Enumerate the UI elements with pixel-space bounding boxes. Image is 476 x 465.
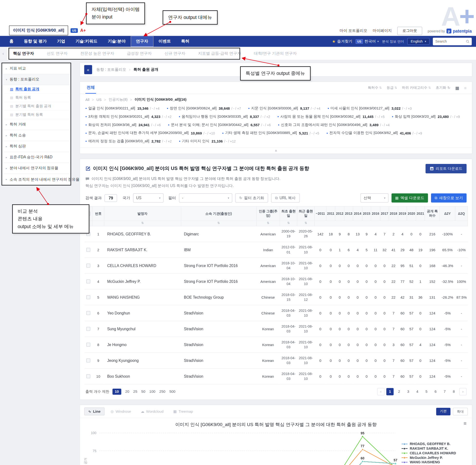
category-item[interactable]: •기타 이미지 인식21,106/ - / +12 (179, 139, 236, 144)
column-header[interactable]: 2018 (389, 206, 398, 221)
url-copy-button[interactable]: ⧉URL 복사 (271, 193, 300, 203)
path-segment[interactable]: 인공지능(8) (108, 97, 127, 102)
category-item[interactable]: •전자적 수단을 이용한 인식 [G06K9/62_all]41,406/ - … (327, 130, 422, 136)
filter-reset-button[interactable]: ↻필터 초기화 (235, 193, 268, 203)
sidebar-item[interactable]: ▸특허 심판 (2, 141, 71, 152)
sort-control[interactable]: 등급⇅ (387, 85, 397, 90)
sidebar-item[interactable]: ▸지표 비교 (2, 63, 71, 74)
subnav-tab[interactable]: 신규 연구자 (158, 47, 192, 60)
category-item[interactable]: •화상 입력 [G06K9/20_all]23,480/ - / +9 (392, 114, 460, 119)
page-number[interactable]: 8 (450, 388, 457, 395)
nav-item[interactable]: 기술:분야 (103, 36, 131, 47)
column-header[interactable]: ~2011 (315, 206, 326, 221)
grid-view-icon[interactable]: ▦ (455, 85, 459, 90)
legend-item[interactable]: WANG HAISHENG (402, 460, 464, 464)
limit-option[interactable]: 25 (133, 390, 137, 394)
page-prev-icon[interactable]: ‹ (377, 388, 385, 395)
sort-toggle[interactable]: ⇅ (181, 221, 256, 226)
sort-toggle[interactable]: ⇅ (256, 221, 280, 226)
column-header[interactable]: 최근 출현일 (297, 206, 314, 221)
chart-tab-line[interactable]: ∿Line (84, 408, 104, 416)
column-header[interactable]: 2011 (326, 206, 335, 221)
category-item[interactable]: •미세 사물의 인식 [G06K9/00127_all]3,022/ - / +… (328, 106, 412, 111)
column-header[interactable]: 인종 그룹(추정) (256, 206, 280, 221)
column-header[interactable]: 2020 (407, 206, 416, 221)
chart-basic-button[interactable]: 기본 (436, 408, 450, 415)
breadcrumb-parent[interactable]: 동향 : 포트폴리오 (96, 67, 126, 72)
chart-tab-wordcloud[interactable]: ☁Wordcloud (137, 408, 167, 416)
sidebar-subitem[interactable]: ▤특허 등록 (2, 94, 71, 102)
excel-download-button[interactable]: ▦엑셀 다운로드 (392, 193, 428, 203)
row-checkbox[interactable] (84, 305, 92, 321)
sort-control[interactable]: 하위 카테고리수⇅ (402, 85, 431, 90)
column-header[interactable]: 2017 (380, 206, 389, 221)
category-item[interactable]: •문서 분석 및 이해; 문서 인식 [G06K9/00442_all]6,55… (168, 122, 270, 127)
sort-toggle[interactable]: ⇅ (104, 221, 181, 226)
sidebar-subitem[interactable]: ▤특허 출원 공개 (2, 85, 71, 94)
row-checkbox[interactable] (84, 258, 92, 274)
column-header[interactable]: 2013 (344, 206, 353, 221)
category-item[interactable]: •신호와 그의 조합에서의 패턴 인식 [G06K9/00496_all]3,4… (278, 122, 390, 127)
favorites-button[interactable]: ★즐겨찾기 (332, 39, 352, 44)
logout-button[interactable]: 로그아웃 (397, 27, 422, 35)
nav-item[interactable]: 홈 (4, 36, 19, 47)
column-header[interactable]: Δ2Y (440, 206, 455, 221)
category-item[interactable]: •움직임이나 행동 인식 [G06K9/00335_all]8,337/ - /… (179, 114, 270, 119)
column-header[interactable]: 2019 (398, 206, 407, 221)
subnav-tab[interactable]: 전문성 높은 연구자 (74, 47, 121, 60)
chart-tab-treemap[interactable]: ▦Treemap (170, 408, 197, 416)
column-header[interactable]: Δ2Q (455, 206, 467, 221)
nav-item[interactable]: 기업 (52, 36, 70, 47)
limit-option[interactable]: 100 (149, 390, 155, 394)
subnav-tab[interactable]: 급성장 연구자 (121, 47, 158, 60)
path-segment[interactable]: US (96, 97, 102, 102)
category-item[interactable]: •얼굴 인식 [G06K9/00221_all]15,346/ - / +4 (85, 106, 159, 111)
page-number[interactable]: 6 (432, 388, 439, 395)
category-item[interactable]: •문자, 손글씨 패턴 인식에 대한 추가적 세부 [G06K2009/00_a… (85, 130, 215, 136)
page-number[interactable]: 5 (423, 388, 430, 395)
chart-menu-icon[interactable]: ≡ (464, 421, 466, 427)
column-header[interactable]: 번호 (92, 206, 104, 221)
nav-item[interactable]: 동향 및 평가 (19, 36, 52, 47)
sort-toggle[interactable]: ⇅ (280, 221, 297, 226)
column-header[interactable]: 2014 (353, 206, 362, 221)
sidebar-item[interactable]: ▾동향 : 포트폴리오 (2, 74, 71, 85)
path-segment[interactable]: All (85, 97, 89, 102)
column-header[interactable]: 소속 기관(출원인) (181, 206, 256, 221)
new-window-button[interactable]: ⧉새창으로 보기 (431, 193, 466, 203)
sidebar-item[interactable]: ▸소속 조직의 분야 내에서 연구자의 점유율 (2, 174, 71, 185)
chart-tab-windrose[interactable]: ◎Windrose (107, 408, 135, 416)
row-checkbox[interactable] (84, 242, 92, 258)
page-number[interactable]: 2 (395, 388, 403, 395)
nav-item[interactable]: 연구자 (131, 36, 153, 47)
column-header[interactable]: 2015 (362, 206, 371, 221)
limit-option[interactable]: 50 (141, 390, 145, 394)
page-number[interactable]: 3 (404, 388, 412, 395)
row-checkbox[interactable] (84, 369, 92, 384)
subnav-tab[interactable]: 지표별 급등-급락 연구자 (192, 47, 248, 60)
limit-option[interactable]: 250 (159, 390, 165, 394)
tab-all[interactable]: 전체 (85, 82, 96, 94)
search-input[interactable] (435, 39, 464, 43)
category-item[interactable]: •장면 인식 [G06K9/00624_all]38,648/ - / +7 (167, 106, 241, 111)
column-header[interactable]: 최초 출현일 (280, 206, 297, 221)
sort-control[interactable]: 특허수⇅ (368, 85, 382, 90)
page-number[interactable]: 1 (386, 388, 393, 395)
filter-select[interactable]: -▾ (179, 193, 232, 203)
legend-item[interactable]: McGuckin Jeffrey P. (402, 456, 464, 460)
nav-item[interactable]: 특허 (176, 36, 195, 47)
subnav-tab[interactable]: 핵심 연구자 (7, 47, 40, 60)
country-select[interactable]: US▾ (133, 193, 164, 203)
subnav-scroll-left[interactable]: ‹ (0, 47, 7, 60)
reset-button[interactable]: 초기화↻ (436, 85, 450, 90)
sidebar-subitem[interactable]: ▤분기별 특허 출원 공개 (2, 102, 71, 111)
sidebar-item[interactable]: ▸특허 소송 (2, 130, 71, 141)
category-item[interactable]: •에러의 정정 또는 검출 [G06K9/03_all]2,782/ - / +… (85, 139, 172, 144)
my-portfolio-link[interactable]: 마이 포트폴리오 (340, 28, 367, 33)
panel-collapse-button[interactable]: ∧ (80, 147, 472, 153)
category-item[interactable]: •지문 인식 [G06K9/00006_all]9,137/ - / +4 (248, 106, 321, 111)
legend-item[interactable]: RAKSHIT SARBAJIT K. (402, 447, 464, 450)
sidebar-item[interactable]: ▸분야 내에서 연구자의 점유율 (2, 163, 71, 174)
page-number[interactable]: 7 (441, 388, 448, 395)
page-number[interactable]: 4 (414, 388, 421, 395)
